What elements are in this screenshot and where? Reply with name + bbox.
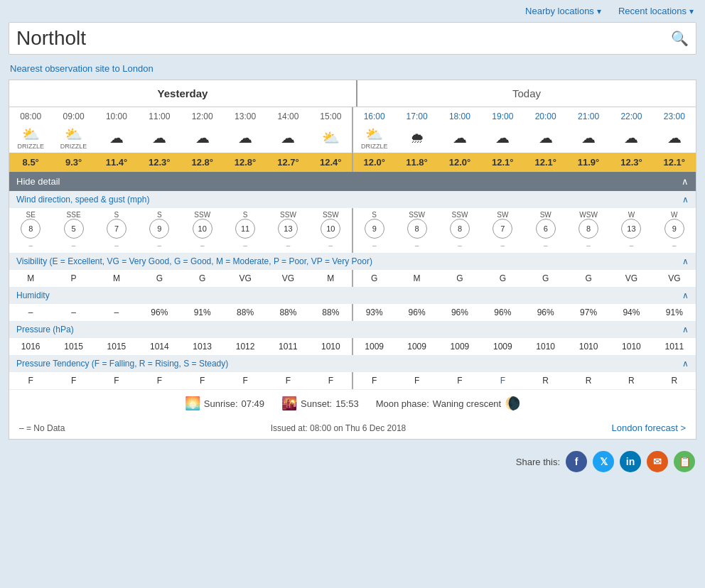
wind-circle-15: 9 bbox=[664, 219, 684, 239]
icon-cell-5: ☁ bbox=[224, 123, 267, 153]
hum-cell-6: 88% bbox=[267, 304, 309, 321]
hum-cell-7: 88% bbox=[310, 304, 352, 321]
wind-circle-11: 7 bbox=[493, 219, 512, 239]
vis-table: MPMGGVGVGMGMGGGGVGVG bbox=[9, 270, 696, 287]
temp-cell-10: 12.0° bbox=[438, 153, 481, 172]
wind-cell-12: SW 6 – bbox=[524, 208, 567, 253]
wind-circle-0: 8 bbox=[21, 219, 41, 239]
wind-cell-2: S 7 – bbox=[95, 208, 138, 253]
time-cell-13: 21:00 bbox=[567, 107, 610, 123]
temp-cell-8: 12.0° bbox=[352, 153, 395, 172]
wind-cell-11: SW 7 – bbox=[481, 208, 524, 253]
weather-icon-11: ☁ bbox=[483, 129, 522, 146]
wind-section-header[interactable]: Wind direction, speed & gust (mph) ∧ bbox=[9, 191, 696, 208]
nearby-locations-btn[interactable]: Nearby locations ▾ bbox=[525, 6, 601, 16]
vis-cell-8: G bbox=[352, 270, 395, 287]
icon-cell-8: ⛅ DRIZZLE bbox=[352, 123, 395, 153]
wind-cell-15: W 9 – bbox=[653, 208, 696, 253]
icon-cell-13: ☁ bbox=[567, 123, 610, 153]
vis-cell-4: G bbox=[181, 270, 224, 287]
weather-icon-12: ☁ bbox=[526, 129, 566, 146]
tend-label: Pressure Tendency (F = Falling, R = Risi… bbox=[16, 359, 228, 369]
vis-cell-9: M bbox=[395, 270, 438, 287]
weather-data-table: 08:0009:0010:0011:0012:0013:0014:0015:00… bbox=[9, 107, 696, 172]
wind-circle-9: 8 bbox=[407, 219, 427, 239]
temp-cell-1: 9.3° bbox=[52, 153, 95, 172]
linkedin-share-btn[interactable]: in bbox=[620, 451, 641, 472]
sunrise-label: Sunrise: bbox=[204, 398, 238, 409]
weather-label-8: DRIZZLE bbox=[355, 143, 394, 150]
vis-cell-14: VG bbox=[610, 270, 652, 287]
press-cell-14: 1010 bbox=[610, 338, 652, 355]
london-text: London bbox=[612, 423, 642, 433]
humidity-section-header[interactable]: Humidity ∧ bbox=[9, 287, 696, 304]
press-cell-15: 1011 bbox=[653, 338, 696, 355]
tendency-table: FFFFFFFFFFFFRRRR bbox=[9, 372, 696, 389]
press-cell-4: 1013 bbox=[181, 338, 224, 355]
nearest-obs-label: Nearest observation site to London bbox=[10, 63, 154, 74]
wind-circle-6: 13 bbox=[278, 219, 298, 239]
wind-cell-4: SSW 10 – bbox=[181, 208, 224, 253]
vis-cell-6: VG bbox=[267, 270, 309, 287]
vis-cell-1: P bbox=[52, 270, 95, 287]
issued-label: Issued at: 08:00 on Thu 6 Dec 2018 bbox=[271, 423, 407, 433]
email-share-btn[interactable]: ✉ bbox=[647, 451, 668, 472]
recent-chevron-icon: ▾ bbox=[689, 6, 694, 16]
moon-info: Moon phase: Waning crescent 🌘 bbox=[376, 396, 521, 411]
tend-cell-2: F bbox=[95, 372, 138, 389]
temp-cell-12: 12.1° bbox=[524, 153, 567, 172]
weather-icon-14: ☁ bbox=[611, 129, 651, 146]
time-cell-11: 19:00 bbox=[481, 107, 524, 123]
icon-cell-12: ☁ bbox=[524, 123, 567, 153]
icon-cell-10: ☁ bbox=[438, 123, 481, 153]
vis-row: MPMGGVGVGMGMGGGGVGVG bbox=[9, 270, 696, 287]
tend-cell-7: F bbox=[310, 372, 352, 389]
copy-share-btn[interactable]: 📋 bbox=[674, 451, 695, 472]
temp-cell-6: 12.7° bbox=[267, 153, 309, 172]
recent-locations-btn[interactable]: Recent locations ▾ bbox=[618, 6, 694, 16]
wind-cell-13: WSW 8 – bbox=[567, 208, 610, 253]
hum-cell-12: 96% bbox=[524, 304, 567, 321]
twitter-share-btn[interactable]: 𝕏 bbox=[593, 451, 614, 472]
search-button[interactable]: 🔍 bbox=[671, 30, 689, 47]
nearby-chevron-icon: ▾ bbox=[597, 6, 601, 16]
temp-cell-2: 11.4° bbox=[95, 153, 138, 172]
facebook-share-btn[interactable]: f bbox=[566, 451, 587, 472]
press-cell-9: 1009 bbox=[395, 338, 438, 355]
time-cell-7: 15:00 bbox=[310, 107, 352, 123]
time-cell-9: 17:00 bbox=[395, 107, 438, 123]
hum-cell-8: 93% bbox=[352, 304, 395, 321]
time-cell-14: 22:00 bbox=[610, 107, 652, 123]
hide-detail-section[interactable]: Hide detail ∧ bbox=[9, 172, 696, 191]
vis-cell-12: G bbox=[524, 270, 567, 287]
london-forecast-link[interactable]: London forecast > bbox=[612, 423, 686, 433]
vis-cell-11: G bbox=[481, 270, 524, 287]
weather-icon-0: ⛅ bbox=[11, 126, 50, 143]
weather-icon-1: ⛅ bbox=[53, 126, 93, 143]
top-bar: Nearby locations ▾ Recent locations ▾ bbox=[0, 0, 705, 22]
tend-cell-3: F bbox=[138, 372, 181, 389]
search-input[interactable] bbox=[16, 27, 671, 50]
temp-row: 8.5°9.3°11.4°12.3°12.8°12.8°12.7°12.4°12… bbox=[9, 153, 696, 172]
temp-cell-4: 12.8° bbox=[181, 153, 224, 172]
recent-label: Recent locations bbox=[618, 6, 687, 16]
tend-cell-15: R bbox=[653, 372, 696, 389]
time-cell-2: 10:00 bbox=[95, 107, 138, 123]
weather-icon-10: ☁ bbox=[440, 129, 480, 146]
sunset-time: 15:53 bbox=[335, 398, 359, 409]
tend-chevron-icon: ∧ bbox=[682, 359, 689, 369]
tendency-section-header[interactable]: Pressure Tendency (F = Falling, R = Risi… bbox=[9, 355, 696, 372]
sunset-icon: 🌇 bbox=[281, 396, 297, 411]
hum-cell-10: 96% bbox=[438, 304, 481, 321]
press-cell-12: 1010 bbox=[524, 338, 567, 355]
tend-cell-12: R bbox=[524, 372, 567, 389]
wind-circle-5: 11 bbox=[235, 219, 255, 239]
wind-circle-8: 9 bbox=[365, 219, 384, 239]
bottom-info-bar: 🌅 Sunrise: 07:49 🌇 Sunset: 15:53 Moon ph… bbox=[9, 389, 696, 417]
icon-cell-7: ⛅ bbox=[310, 123, 352, 153]
temp-cell-14: 12.3° bbox=[610, 153, 652, 172]
pressure-section-header[interactable]: Pressure (hPa) ∧ bbox=[9, 321, 696, 338]
vis-section-header[interactable]: Visibility (E = Excellent, VG = Very Goo… bbox=[9, 253, 696, 270]
weather-icon-15: ☁ bbox=[655, 129, 694, 146]
weather-icon-5: ☁ bbox=[225, 129, 265, 146]
